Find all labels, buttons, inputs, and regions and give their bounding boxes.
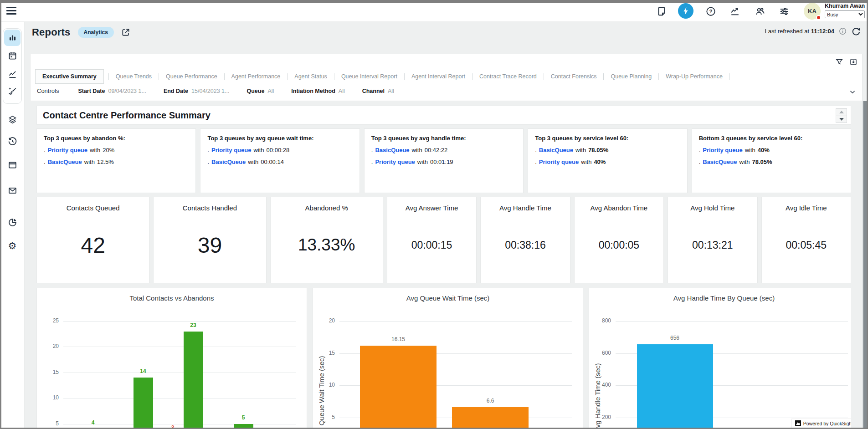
bar-total-contacts[interactable] <box>234 424 253 429</box>
queue-link[interactable]: BasicQueue <box>703 158 737 165</box>
kpi-avg-handle-time: Avg Handle Time 00:38:16 <box>480 197 570 283</box>
sidebar-item-calendar[interactable] <box>4 47 21 64</box>
sidebar-item-design[interactable] <box>4 83 21 99</box>
y-tick-label: 200 <box>596 414 611 420</box>
tab-queue-trends[interactable]: Queue Trends <box>113 69 154 84</box>
tab-agent-performance[interactable]: Agent Performance <box>229 69 283 84</box>
list-item: .Priority queuewith40% <box>535 158 680 165</box>
pie-chart-icon <box>8 218 17 227</box>
gridline <box>616 321 848 322</box>
tab-queue-performance[interactable]: Queue Performance <box>164 69 220 84</box>
queue-link[interactable]: BasicQueue <box>48 158 82 165</box>
tab-wrap-up-performance[interactable]: Wrap-Up Performance <box>663 69 725 84</box>
status-select[interactable]: Busy <box>825 10 865 18</box>
sidebar-item-analytics[interactable] <box>4 214 21 230</box>
user-name: Khurram Awan <box>825 3 866 9</box>
tab-agent-status[interactable]: Agent Status <box>292 69 329 84</box>
queue-card-title: Top 3 queues by avg handle time: <box>371 135 516 142</box>
queue-card-wait-time: Top 3 queues by avg queue wait time: .Pr… <box>200 128 360 193</box>
summary-title: Contact Centre Performance Summary <box>43 110 211 121</box>
sidebar-item-mail[interactable] <box>4 182 21 199</box>
y-tick-label: 10 <box>43 394 59 401</box>
queue-card-service-level-bottom: Bottom 3 queues by service level 60: .Pr… <box>692 128 851 193</box>
chart-total-contacts-vs-abandons: Total Contacts vs Abandons 5101520254143… <box>36 288 307 429</box>
y-tick-label: 600 <box>596 350 611 356</box>
list-item: .BasicQueuewith00:00:14 <box>207 158 352 165</box>
bar-total-contacts[interactable] <box>134 378 153 429</box>
queue-link[interactable]: Priority queue <box>48 147 87 153</box>
sidebar-item-trends[interactable] <box>4 66 21 82</box>
list-item: .Priority queuewith00:00:28 <box>207 147 352 153</box>
filter-icon[interactable] <box>835 58 843 66</box>
refresh-icon[interactable] <box>851 26 861 36</box>
sidebar-item-settings[interactable]: ⚙ <box>4 238 21 254</box>
hamburger-icon[interactable] <box>6 7 16 15</box>
kpi-label: Contacts Handled <box>154 204 266 212</box>
queue-link[interactable]: BasicQueue <box>539 147 573 153</box>
trend-icon[interactable] <box>730 6 740 16</box>
chart-plot: 5101520254143235 <box>37 288 307 429</box>
y-tick-label: 15 <box>43 369 59 375</box>
bar-total-contacts[interactable] <box>184 332 203 429</box>
queue-summary-cards: Top 3 queues by abandon %: .Priority que… <box>36 128 851 193</box>
kpi-value: 00:38:16 <box>481 239 570 251</box>
kpi-label: Avg Answer Time <box>387 204 476 212</box>
tab-agent-interval-report[interactable]: Agent Interval Report <box>409 69 467 84</box>
queue-link[interactable]: Priority queue <box>375 158 415 165</box>
line-chart-icon <box>8 70 17 79</box>
tab-contact-forensics[interactable]: Contact Forensics <box>549 69 599 84</box>
queue-link[interactable]: Priority queue <box>703 147 742 153</box>
tab-queue-interval-report[interactable]: Queue Interval Report <box>339 69 400 84</box>
queue-link[interactable]: Priority queue <box>211 147 251 153</box>
queue-link[interactable]: BasicQueue <box>375 147 409 153</box>
bar-value-label: 16.15 <box>380 336 416 342</box>
flash-icon[interactable] <box>678 3 693 19</box>
scroll-down-button[interactable] <box>836 116 847 123</box>
filter-end-date[interactable]: End Date 15/04/2023 1... <box>164 88 230 94</box>
scrollbar-thumb[interactable] <box>863 101 868 429</box>
download-icon[interactable] <box>849 58 858 66</box>
y-tick-label: 5 <box>43 420 59 427</box>
chart-plot: 200400600800656 <box>589 288 851 429</box>
queue-link[interactable]: BasicQueue <box>211 158 246 165</box>
filter-queue[interactable]: Queue All <box>247 88 274 94</box>
avatar[interactable]: KA <box>804 3 821 20</box>
sidebar-item-reports[interactable] <box>4 30 21 46</box>
filter-start-date[interactable]: Start Date 09/04/2023 1... <box>78 88 146 94</box>
app-window: ? KA Khurram Awan Busy <box>0 0 868 429</box>
kpi-avg-hold-time: Avg Hold Time 00:13:21 <box>668 197 757 283</box>
bar-avg-handle-time[interactable] <box>637 344 713 429</box>
kpi-value: 00:05:45 <box>762 239 851 251</box>
sidebar-item-history[interactable] <box>4 133 21 149</box>
y-tick-label: 5 <box>319 414 335 420</box>
window-icon <box>8 160 17 170</box>
notepad-icon[interactable] <box>657 6 667 16</box>
info-icon[interactable] <box>839 27 847 35</box>
bar-value-label: 656 <box>657 335 693 341</box>
chevron-down-icon[interactable] <box>848 88 857 96</box>
last-refreshed-label: Last refreshed at <box>765 28 809 35</box>
report-panel: Executive Summary Queue Trends Queue Per… <box>30 54 863 101</box>
tab-queue-planning[interactable]: Queue Planning <box>608 69 654 84</box>
bar-avg-queue-wait-time[interactable] <box>360 346 437 429</box>
help-icon[interactable]: ? <box>706 6 716 16</box>
tab-executive-summary[interactable]: Executive Summary <box>35 69 104 84</box>
sidebar-item-datasets[interactable] <box>4 111 21 128</box>
sliders-icon[interactable] <box>779 6 789 16</box>
bar-avg-queue-wait-time[interactable] <box>452 407 529 429</box>
kpi-label: Contacts Queued <box>37 204 149 212</box>
filter-channel[interactable]: Channel All <box>362 88 394 94</box>
external-link-icon[interactable] <box>121 28 130 37</box>
queue-link[interactable]: Priority queue <box>539 158 579 165</box>
bar-value-label: 14 <box>125 368 161 374</box>
filter-initiation-method[interactable]: Intiation Method All <box>291 88 344 94</box>
users-icon[interactable] <box>755 6 765 16</box>
visual-scroll-spinner <box>836 108 847 123</box>
tab-contract-trace-record[interactable]: Contract Trace Record <box>477 69 539 84</box>
queue-card-title: Top 3 queues by avg queue wait time: <box>207 135 352 142</box>
kpi-value: 00:13:21 <box>668 239 757 251</box>
scroll-up-button[interactable] <box>836 109 847 116</box>
kpi-contacts-handled: Contacts Handled 39 <box>153 197 266 283</box>
chart-avg-queue-wait-time: Avg Queue Wait Time (sec) Avg Queue Wait… <box>313 288 583 429</box>
sidebar-item-windows[interactable] <box>4 157 21 173</box>
